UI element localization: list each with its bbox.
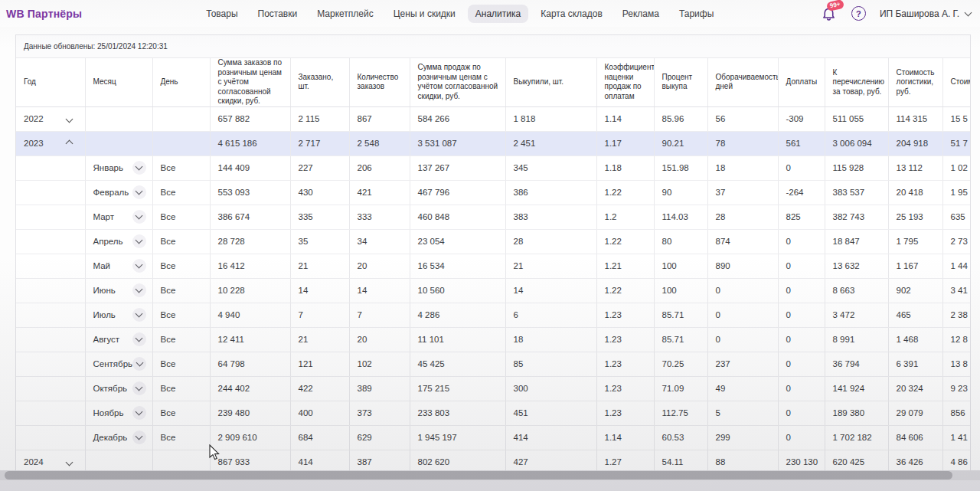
value-cell-3: 1 945 197 <box>410 425 505 450</box>
month-dropdown-button[interactable] <box>132 430 146 444</box>
user-menu[interactable]: ИП Баширова А. Г. <box>880 8 971 19</box>
month-cell: Декабрь <box>85 425 152 450</box>
value-cell-8: 0 <box>778 303 825 327</box>
value-cell-4: 28 <box>505 229 596 254</box>
year-expand-toggle[interactable] <box>64 112 74 126</box>
chevron-down-icon <box>136 310 143 318</box>
month-dropdown-button[interactable] <box>132 185 146 199</box>
nav-item-7[interactable]: Тарифы <box>671 5 721 23</box>
value-cell-10: 6 391 <box>888 352 942 376</box>
day-cell: Все <box>152 376 210 401</box>
help-button[interactable]: ? <box>851 6 866 21</box>
chevron-down-icon <box>65 459 73 466</box>
value-cell-7: 874 <box>707 229 778 254</box>
day-cell: Все <box>152 205 210 229</box>
value-cell-0: 64 798 <box>210 352 290 376</box>
month-label: Декабрь <box>93 433 128 442</box>
month-dropdown-button[interactable] <box>132 406 146 420</box>
nav-item-5[interactable]: Карта складов <box>533 5 610 23</box>
month-label: Июнь <box>93 286 116 295</box>
value-cell-0: 244 402 <box>210 376 290 401</box>
month-dropdown-button[interactable] <box>132 283 146 297</box>
month-dropdown-button[interactable] <box>132 357 146 371</box>
value-cell-11: 2 38 <box>942 303 971 327</box>
value-cell-4: 414 <box>505 425 596 450</box>
month-cell: Март <box>85 205 152 229</box>
month-dropdown-button[interactable] <box>132 381 146 395</box>
notifications-badge: 99+ <box>826 0 844 11</box>
value-cell-5: 1.23 <box>596 327 654 352</box>
value-cell-6: 85.71 <box>654 303 707 327</box>
horizontal-scrollbar-track[interactable] <box>0 470 980 480</box>
day-cell <box>152 106 210 131</box>
nav-item-3[interactable]: Цены и скидки <box>386 5 463 23</box>
month-cell: Январь <box>85 155 152 180</box>
nav-item-6[interactable]: Реклама <box>615 5 667 23</box>
value-cell-11: 12 8 <box>942 327 971 352</box>
table-row-февраль: ФевральВсе553 093430421467 7963861.22903… <box>16 180 971 205</box>
year-label: 2024 <box>24 457 44 466</box>
month-dropdown-button[interactable] <box>132 161 146 175</box>
month-dropdown-button[interactable] <box>132 259 146 273</box>
brand-logo[interactable]: WB Партнёры <box>6 8 82 20</box>
value-cell-7: 37 <box>707 180 778 205</box>
value-cell-3: 584 266 <box>410 106 505 131</box>
value-cell-6: 100 <box>654 254 707 278</box>
value-cell-9: 115 928 <box>825 155 888 180</box>
month-label: Июль <box>93 310 116 319</box>
nav-item-4[interactable]: Аналитика <box>468 5 528 23</box>
value-cell-3: 45 425 <box>410 352 505 376</box>
value-cell-10: 204 918 <box>888 131 942 155</box>
month-dropdown-button[interactable] <box>132 332 146 346</box>
nav-item-2[interactable]: Маркетплейс <box>309 5 381 23</box>
value-cell-8: 0 <box>778 352 825 376</box>
value-cell-11: 1 02 <box>942 155 971 180</box>
analytics-table: ГодМесяцДеньСумма заказов по розничным ц… <box>16 58 971 475</box>
value-cell-6: 70.25 <box>654 352 707 376</box>
day-cell: Все <box>152 229 210 254</box>
month-cell: Апрель <box>85 229 152 254</box>
value-cell-2: 333 <box>349 205 410 229</box>
value-cell-9: 3 472 <box>825 303 888 327</box>
month-label: Август <box>93 335 120 344</box>
value-cell-3: 3 531 087 <box>410 131 505 155</box>
column-header-12: К перечислению за товар, руб. <box>825 58 888 106</box>
table-row-октябрь: ОктябрьВсе244 402422389175 2153001.2371.… <box>16 376 971 401</box>
notifications-bell-button[interactable]: 99+ <box>821 5 838 22</box>
value-cell-0: 4 940 <box>210 303 290 327</box>
nav-item-1[interactable]: Поставки <box>250 5 305 23</box>
day-cell: Все <box>152 155 210 180</box>
value-cell-11: 2 73 <box>942 229 971 254</box>
nav-item-0[interactable]: Товары <box>198 5 245 23</box>
month-dropdown-button[interactable] <box>132 308 146 322</box>
year-expand-toggle[interactable] <box>64 136 74 150</box>
question-icon: ? <box>856 9 861 18</box>
month-cell: Февраль <box>85 180 152 205</box>
value-cell-10: 1 795 <box>888 229 942 254</box>
value-cell-5: 1.22 <box>596 180 654 205</box>
table-row-декабрь: ДекабрьВсе2 909 6106846291 945 1974141.1… <box>16 425 971 450</box>
value-cell-1: 227 <box>290 155 349 180</box>
value-cell-6: 85.71 <box>654 327 707 352</box>
column-header-5: Количество заказов <box>349 58 410 106</box>
value-cell-2: 2 548 <box>349 131 410 155</box>
value-cell-7: 5 <box>707 401 778 425</box>
value-cell-8: 0 <box>778 229 825 254</box>
value-cell-11: 3 41 <box>942 278 971 303</box>
value-cell-11: 1 44 <box>942 254 971 278</box>
year-expand-toggle[interactable] <box>64 455 74 469</box>
month-dropdown-button[interactable] <box>132 210 146 224</box>
value-cell-5: 1.23 <box>596 303 654 327</box>
chevron-down-icon <box>136 261 143 269</box>
month-dropdown-button[interactable] <box>132 234 146 248</box>
value-cell-5: 1.18 <box>596 155 654 180</box>
user-name: ИП Баширова А. Г. <box>880 8 959 19</box>
value-cell-4: 14 <box>505 278 596 303</box>
value-cell-0: 4 615 186 <box>210 131 290 155</box>
value-cell-8: 0 <box>778 425 825 450</box>
month-label: Март <box>93 212 115 221</box>
value-cell-2: 34 <box>349 229 410 254</box>
value-cell-8: 0 <box>778 401 825 425</box>
day-cell: Все <box>152 425 210 450</box>
horizontal-scrollbar-thumb[interactable] <box>5 471 952 480</box>
